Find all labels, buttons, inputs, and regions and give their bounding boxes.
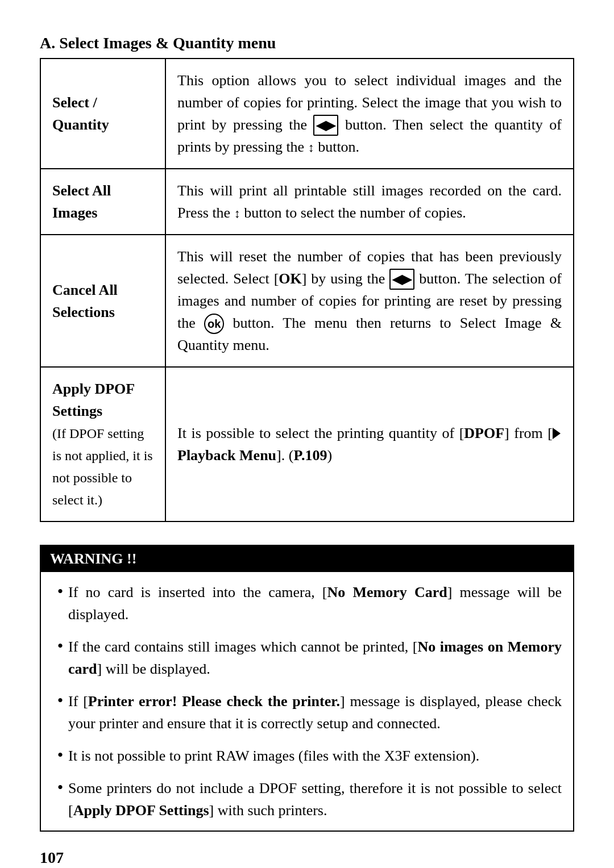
bullet-item-2: • If the card contains still images whic…: [52, 636, 562, 680]
row-label-select-quantity: Select / Quantity: [40, 59, 165, 169]
row-desc-select-quantity: This option allows you to select individ…: [165, 59, 574, 169]
playback-menu-bold: Playback Menu: [177, 447, 276, 464]
row-desc-select-all: This will print all printable still imag…: [165, 169, 574, 235]
bullet-text-5: Some printers do not include a DPOF sett…: [68, 777, 562, 821]
warning-header: WARNING !!: [41, 546, 573, 572]
ud-icon-2: ↕: [234, 204, 240, 223]
bullet-text-4: It is not possible to print RAW images (…: [68, 745, 562, 767]
bullet-item-5: • Some printers do not include a DPOF se…: [52, 777, 562, 821]
section-title: A. Select Images & Quantity menu: [40, 34, 574, 52]
bullet-dot-1: •: [52, 581, 68, 602]
lr-icon: ◀▶: [313, 115, 338, 136]
bullet-dot-4: •: [52, 745, 68, 765]
row-label-select-all: Select All Images: [40, 169, 165, 235]
row-desc-dpof: It is possible to select the printing qu…: [165, 367, 574, 521]
dpof-label-main: Apply DPOF Settings: [52, 381, 134, 419]
dpof-bold: DPOF: [464, 425, 504, 441]
warning-box: WARNING !! • If no card is inserted into…: [40, 545, 574, 832]
page-ref-bold: P.109: [293, 447, 327, 464]
bullet-text-2: If the card contains still images which …: [68, 636, 562, 680]
bullet-dot-5: •: [52, 777, 68, 798]
bullet-text-3: If [Printer error! Please check the prin…: [68, 690, 562, 735]
table-row: Select / Quantity This option allows you…: [40, 59, 574, 169]
table-row: Cancel All Selections This will reset th…: [40, 235, 574, 367]
dpof-label-sub: (If DPOF setting is not applied, it is n…: [52, 426, 153, 507]
bullet-dot-2: •: [52, 636, 68, 656]
ok-icon: ok: [204, 314, 224, 334]
ud-icon: ↕: [308, 138, 314, 157]
content-table: Select / Quantity This option allows you…: [40, 58, 574, 522]
bullet-text-1: If no card is inserted into the camera, …: [68, 581, 562, 625]
bullet-item-1: • If no card is inserted into the camera…: [52, 581, 562, 625]
table-row: Apply DPOF Settings (If DPOF setting is …: [40, 367, 574, 521]
page-number: 107: [40, 849, 574, 867]
row-label-cancel-all: Cancel All Selections: [40, 235, 165, 367]
playback-icon: [553, 425, 562, 441]
row-desc-cancel-all: This will reset the number of copies tha…: [165, 235, 574, 367]
bullet-item-3: • If [Printer error! Please check the pr…: [52, 690, 562, 735]
row-label-dpof: Apply DPOF Settings (If DPOF setting is …: [40, 367, 165, 521]
warning-content: • If no card is inserted into the camera…: [41, 572, 573, 831]
lr-icon-2: ◀▶: [389, 269, 414, 290]
bullet-item-4: • It is not possible to print RAW images…: [52, 745, 562, 767]
bullet-dot-3: •: [52, 690, 68, 711]
table-row: Select All Images This will print all pr…: [40, 169, 574, 235]
